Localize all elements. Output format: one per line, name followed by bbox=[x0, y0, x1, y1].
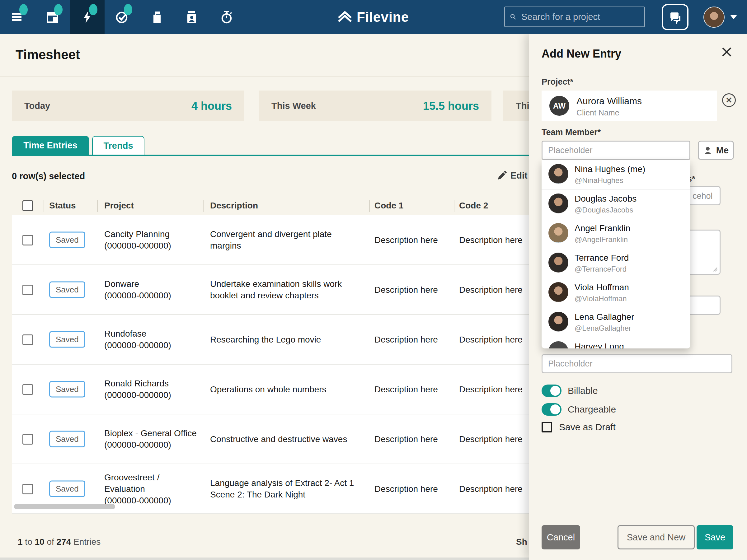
pagination-text: 1 to 10 of 274 Entries bbox=[18, 537, 101, 547]
row-checkbox[interactable] bbox=[22, 384, 33, 395]
code1-cell: Description here bbox=[375, 383, 438, 395]
project-search bbox=[504, 6, 645, 27]
nav-timesheet-active[interactable] bbox=[70, 0, 105, 34]
row-checkbox[interactable] bbox=[22, 285, 33, 295]
stopwatch-icon bbox=[219, 10, 234, 25]
member-avatar bbox=[548, 164, 568, 184]
project-cell: Cancity Planning(000000-000000) bbox=[104, 229, 198, 251]
panel-title: Add New Entry bbox=[542, 47, 621, 60]
card-value: 15.5 hours bbox=[423, 100, 479, 113]
notification-dot bbox=[89, 4, 97, 15]
nav-dashboard[interactable] bbox=[35, 0, 70, 34]
project-cell: Ronald Richards(000000-000000) bbox=[104, 378, 198, 401]
description-cell: Undertake examination skills work bookle… bbox=[210, 278, 363, 301]
project-field-label: Project* bbox=[542, 77, 573, 87]
status-badge: Saved bbox=[49, 481, 85, 497]
member-option[interactable]: Angel Franklin @AngelFranklin bbox=[542, 219, 690, 248]
notification-dot bbox=[124, 4, 132, 15]
code1-cell: Description here bbox=[375, 284, 438, 296]
project-cell: Rundofase(000000-000000) bbox=[104, 328, 198, 351]
show-label-fragment: Sh bbox=[516, 537, 527, 547]
project-subtitle: Client Name bbox=[576, 108, 619, 117]
nav-projects[interactable] bbox=[139, 0, 174, 34]
description-cell: Convergent and divergent plate margins bbox=[210, 229, 363, 251]
nav-timer[interactable] bbox=[209, 0, 244, 34]
code1-cell: Description here bbox=[375, 334, 438, 345]
member-avatar bbox=[548, 223, 568, 243]
member-avatar bbox=[548, 282, 568, 302]
code2-cell: Description here bbox=[459, 483, 522, 495]
user-avatar[interactable] bbox=[703, 6, 725, 28]
search-input[interactable] bbox=[521, 11, 639, 22]
team-member-dropdown: Nina Hughes (me) @NinaHughes Douglas Jac… bbox=[542, 160, 690, 348]
resize-handle-icon[interactable] bbox=[712, 266, 718, 272]
horizontal-scrollbar[interactable] bbox=[14, 504, 115, 509]
hours-input-fragment: cehol bbox=[693, 191, 713, 201]
description-cell: Constructive and destructive waves bbox=[210, 433, 363, 445]
nav-menu[interactable] bbox=[0, 0, 35, 34]
column-separator bbox=[369, 200, 370, 212]
filevine-logo: Filevine bbox=[336, 0, 409, 34]
chevron-down-icon[interactable] bbox=[730, 15, 737, 19]
chat-button[interactable] bbox=[662, 4, 689, 30]
me-button[interactable]: Me bbox=[698, 141, 734, 160]
notification-dot bbox=[54, 4, 62, 15]
row-checkbox[interactable] bbox=[22, 484, 33, 495]
close-icon bbox=[721, 46, 733, 58]
project-cell: Bioplex - General Office(000000-000000) bbox=[104, 427, 198, 451]
toggle-knob bbox=[550, 386, 560, 396]
cancel-button[interactable]: Cancel bbox=[542, 525, 580, 550]
project-name: Aurora Williams bbox=[576, 96, 642, 106]
contact-card-icon bbox=[185, 10, 199, 24]
save-draft-checkbox[interactable] bbox=[542, 422, 552, 432]
save-button[interactable]: Save bbox=[697, 525, 733, 550]
description-cell: Researching the Lego movie bbox=[210, 334, 363, 345]
save-draft-row: Save as Draft bbox=[542, 422, 616, 432]
member-option[interactable]: Nina Hughes (me) @NinaHughes bbox=[542, 160, 690, 189]
col-status: Status bbox=[49, 201, 76, 211]
status-badge: Saved bbox=[49, 381, 85, 398]
selected-project-card: AW Aurora Williams Client Name bbox=[542, 90, 717, 121]
member-option[interactable]: Harvey Long bbox=[542, 337, 690, 348]
select-all-checkbox[interactable] bbox=[22, 201, 33, 211]
nav-tasks[interactable] bbox=[105, 0, 139, 34]
status-badge: Saved bbox=[49, 431, 85, 447]
tab-time-entries[interactable]: Time Entries bbox=[12, 136, 89, 155]
chargeable-label: Chargeable bbox=[568, 404, 616, 415]
code2-cell: Description here bbox=[459, 383, 522, 395]
row-checkbox[interactable] bbox=[22, 335, 33, 345]
chargeable-toggle[interactable] bbox=[542, 403, 562, 416]
page-title: Timesheet bbox=[16, 47, 80, 62]
col-project: Project bbox=[104, 201, 134, 211]
card-label: Today bbox=[24, 101, 50, 111]
member-option[interactable]: Douglas Jacobs @DouglasJacobs bbox=[542, 189, 690, 219]
summary-card-today: Today 4 hours bbox=[12, 90, 244, 121]
billable-toggle[interactable] bbox=[542, 384, 562, 397]
edit-button[interactable]: Edit bbox=[497, 170, 527, 181]
member-option[interactable]: Lena Gallagher @LenaGallagher bbox=[542, 308, 690, 337]
flag-project-icon bbox=[150, 10, 164, 24]
nav-contacts[interactable] bbox=[174, 0, 209, 34]
code-input[interactable] bbox=[542, 354, 732, 373]
code2-cell: Description here bbox=[459, 334, 522, 345]
person-icon bbox=[703, 145, 713, 155]
description-cell: Operations on whole numbers bbox=[210, 383, 363, 395]
description-cell: Language analysis of Extract 2- Act 1 Sc… bbox=[210, 477, 363, 500]
member-option[interactable]: Terrance Ford @TerranceFord bbox=[542, 248, 690, 278]
card-label: This Week bbox=[272, 101, 316, 111]
remove-project-button[interactable]: ✕ bbox=[722, 93, 736, 107]
close-button[interactable] bbox=[719, 44, 735, 60]
save-draft-label: Save as Draft bbox=[559, 422, 616, 432]
filevine-chevron-icon bbox=[336, 8, 354, 26]
brand-name: Filevine bbox=[357, 9, 409, 25]
code2-cell: Description here bbox=[459, 433, 522, 445]
edit-label: Edit bbox=[511, 170, 527, 181]
col-code1: Code 1 bbox=[375, 201, 403, 211]
member-option[interactable]: Viola Hoffman @ViolaHoffman bbox=[542, 278, 690, 308]
row-checkbox[interactable] bbox=[22, 235, 33, 245]
team-member-input[interactable] bbox=[542, 141, 690, 160]
tab-trends[interactable]: Trends bbox=[92, 136, 145, 155]
chat-icon bbox=[667, 9, 683, 25]
row-checkbox[interactable] bbox=[22, 434, 33, 445]
save-and-new-button[interactable]: Save and New bbox=[618, 525, 695, 550]
